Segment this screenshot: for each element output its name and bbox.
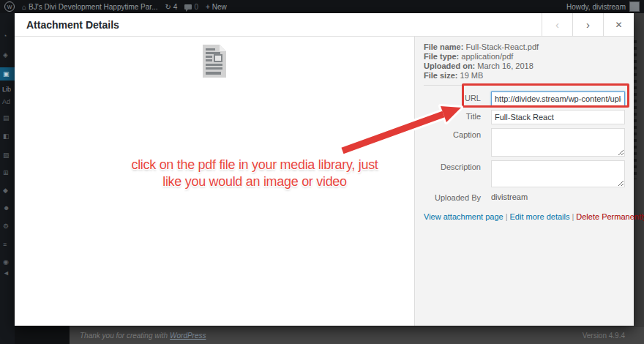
plugins-icon[interactable]: ⊞ <box>3 169 15 176</box>
view-attachment-page-link[interactable]: View attachment page <box>424 212 503 221</box>
avatar[interactable] <box>629 1 640 12</box>
new-label: New <box>212 3 227 11</box>
edit-more-details-link[interactable]: Edit more details <box>510 212 570 221</box>
title-label: Title <box>424 110 491 121</box>
uploaded-on-value: March 16, 2018 <box>477 61 533 70</box>
link-separator: | <box>506 212 508 221</box>
description-label: Description <box>424 160 491 171</box>
admin-sidebar: ◔ ◈ ▣ Lib Ad ▤ ◧ ▨ ⊞ ◆ ☻ ⚙ ≡ ◉ ◄ <box>0 13 15 344</box>
footer-version: Version 4.9.4 <box>583 332 625 340</box>
users-icon[interactable]: ☻ <box>3 204 15 212</box>
comment-bubble-icon <box>184 4 192 10</box>
pages-icon[interactable]: ▤ <box>3 114 15 121</box>
home-icon: ⌂ <box>22 3 26 11</box>
wordpress-logo-icon[interactable]: W <box>4 1 15 12</box>
footer-thank-you-text: Thank you for creating with <box>80 332 168 340</box>
collapse-menu-icon[interactable]: ◄ <box>3 269 15 277</box>
plus-icon: + <box>206 3 210 11</box>
updates-icon: ↻ <box>165 3 171 11</box>
file-meta: File name: Full-Stack-React.pdf File typ… <box>424 42 625 86</box>
description-setting-row: Description <box>424 160 625 187</box>
comments-icon[interactable]: ◧ <box>3 132 15 140</box>
settings-icon[interactable]: ≡ <box>3 241 15 248</box>
file-size-label: File size: <box>424 71 457 80</box>
caption-textarea[interactable] <box>491 128 625 157</box>
sidebar-item-add-new[interactable]: Ad <box>2 98 10 105</box>
wordpress-link[interactable]: WordPress <box>170 332 206 340</box>
admin-top-bar: W ⌂ BJ's Divi Development Happytime Par.… <box>0 0 644 13</box>
updates-count: 4 <box>173 3 178 11</box>
file-type-label: File type: <box>424 52 459 61</box>
url-setting-row: URL <box>424 91 625 106</box>
title-setting-row: Title <box>424 110 625 124</box>
modal-header: Attachment Details ‹ › ✕ <box>15 13 634 37</box>
file-name-value: Full-Stack-React.pdf <box>465 42 539 51</box>
uploaded-on-label: Uploaded on: <box>424 61 475 70</box>
howdy-account-menu[interactable]: Howdy, divistream <box>566 3 626 11</box>
divi-icon[interactable]: ◉ <box>3 258 15 266</box>
site-menu[interactable]: ⌂ BJ's Divi Development Happytime Par... <box>22 3 157 11</box>
uploaded-by-row: Uploaded By divistream <box>424 191 625 202</box>
attachment-details-modal: Attachment Details ‹ › ✕ <box>15 13 634 326</box>
new-content-menu[interactable]: + New <box>206 3 227 11</box>
attachment-details-panel: File name: Full-Stack-React.pdf File typ… <box>414 37 634 326</box>
next-attachment-button[interactable]: › <box>572 13 603 36</box>
appearance-icon[interactable]: ▨ <box>3 152 15 159</box>
attachment-actions: View attachment page|Edit more details|D… <box>424 212 625 221</box>
admin-footer: Thank you for creating with WordPress Ve… <box>70 327 644 344</box>
media-icon[interactable]: ▣ <box>3 70 15 78</box>
attachment-preview-area <box>15 37 414 326</box>
close-icon[interactable]: ✕ <box>603 13 634 36</box>
pdf-document-icon <box>201 44 228 78</box>
dashboard-icon[interactable]: ◔ <box>3 32 15 40</box>
description-textarea[interactable] <box>491 160 625 187</box>
delete-permanently-link[interactable]: Delete Permanently <box>576 212 644 221</box>
updates-menu[interactable]: ↻ 4 <box>165 3 177 11</box>
page-scrollbar[interactable] <box>634 40 637 179</box>
posts-icon[interactable]: ◈ <box>3 51 15 59</box>
url-input[interactable] <box>491 91 625 106</box>
comments-count: 0 <box>194 3 198 11</box>
file-type-value: application/pdf <box>461 52 513 61</box>
url-label: URL <box>424 91 491 102</box>
sidebar-item-library[interactable]: Lib <box>2 86 11 93</box>
uploaded-by-value: divistream <box>491 191 528 201</box>
file-name-label: File name: <box>424 42 463 51</box>
uploaded-by-label: Uploaded By <box>424 191 491 202</box>
file-size-value: 19 MB <box>460 71 484 80</box>
caption-setting-row: Caption <box>424 128 625 157</box>
comments-menu[interactable]: 0 <box>184 3 198 11</box>
caption-label: Caption <box>424 128 491 139</box>
modal-title: Attachment Details <box>15 19 119 31</box>
projects-icon[interactable]: ◆ <box>3 187 15 194</box>
title-input[interactable] <box>491 110 625 124</box>
link-separator: | <box>572 212 574 221</box>
previous-attachment-button[interactable]: ‹ <box>542 13 572 36</box>
site-name: BJ's Divi Development Happytime Par... <box>29 3 157 11</box>
tools-icon[interactable]: ⚙ <box>3 223 15 230</box>
